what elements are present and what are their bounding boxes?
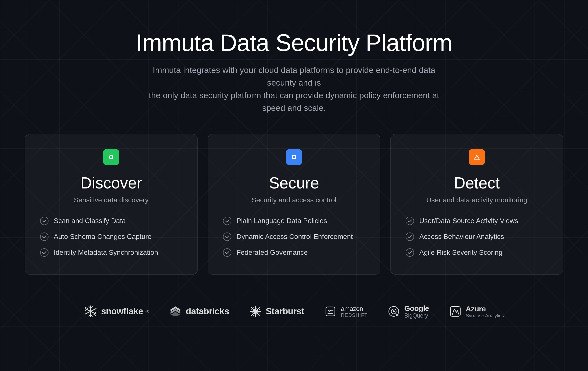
svg-point-7 <box>223 217 231 225</box>
detect-icon-wrapper <box>469 149 485 165</box>
detect-features: User/Data Source Activity Views Access B… <box>405 216 548 257</box>
starburst-logo: Starburst <box>249 305 304 318</box>
detect-icon <box>473 154 480 161</box>
starburst-icon <box>249 305 262 318</box>
detect-feature-3: Agile Risk Severity Scoring <box>405 248 548 257</box>
discover-subtitle: Sensitive data discovery <box>74 196 148 204</box>
check-icon-7 <box>405 216 414 225</box>
discover-title: Discover <box>80 174 142 192</box>
check-icon-9 <box>405 248 414 257</box>
discover-feature-1: Scan and Classify Data <box>40 216 183 225</box>
azure-synapse-text: Azure Synapse Analytics <box>466 305 504 318</box>
secure-title: Secure <box>269 174 319 192</box>
svg-point-4 <box>40 249 48 256</box>
google-bigquery-icon <box>387 305 400 318</box>
detect-feature-2-label: Access Behaviour Analytics <box>419 233 504 241</box>
secure-features: Plain Language Data Policies Dynamic Acc… <box>223 216 366 257</box>
svg-rect-6 <box>293 156 295 158</box>
secure-feature-2-label: Dynamic Access Control Enforcement <box>237 233 353 241</box>
databricks-label: databricks <box>186 306 229 317</box>
card-discover: Discover Sensitive data discovery Scan a… <box>25 134 198 275</box>
azure-logo: Azure Synapse Analytics <box>449 305 504 318</box>
logos-section: snowflake ® databricks <box>25 304 563 319</box>
snowflake-label: snowflake <box>101 306 143 317</box>
secure-feature-1: Plain Language Data Policies <box>223 216 366 225</box>
svg-line-25 <box>94 314 96 315</box>
databricks-logo: databricks <box>169 305 229 318</box>
page-subtitle: Immuta integrates with your cloud data p… <box>146 64 442 114</box>
check-icon-5 <box>223 232 232 241</box>
check-icon-6 <box>223 248 232 257</box>
card-detect: Detect User and data activity monitoring… <box>390 134 563 275</box>
svg-point-13 <box>406 233 414 241</box>
snowflake-logo: snowflake ® <box>84 305 149 318</box>
discover-feature-2: Auto Schema Changes Capture <box>40 232 183 241</box>
check-icon-3 <box>40 248 49 257</box>
secure-feature-2: Dynamic Access Control Enforcement <box>223 232 366 241</box>
discover-feature-1-label: Scan and Classify Data <box>54 217 126 225</box>
discover-feature-3: Identity Metadata Synchronization <box>40 248 183 257</box>
svg-point-9 <box>223 249 231 256</box>
redshift-label: REDSHIFT <box>341 312 368 318</box>
secure-icon <box>291 154 297 161</box>
secure-feature-3: Federated Governance <box>223 248 366 257</box>
svg-point-8 <box>223 233 231 241</box>
secure-feature-1-label: Plain Language Data Policies <box>237 217 327 225</box>
detect-feature-1: User/Data Source Activity Views <box>405 216 548 225</box>
bigquery-label: BigQuery <box>404 312 429 319</box>
svg-point-14 <box>406 249 414 256</box>
google-bigquery-logo: Google BigQuery <box>387 304 429 319</box>
discover-icon-wrapper <box>103 149 119 165</box>
check-icon-2 <box>40 232 49 241</box>
secure-subtitle: Security and access control <box>252 196 336 204</box>
subtitle-line1: Immuta integrates with your cloud data p… <box>153 65 435 87</box>
amazon-label: amazon <box>341 305 368 312</box>
svg-line-22 <box>86 307 88 309</box>
header-section: Immuta Data Security Platform Immuta int… <box>136 30 452 114</box>
detect-title: Detect <box>454 174 500 192</box>
svg-point-1 <box>110 156 112 158</box>
amazon-redshift-text: amazon REDSHIFT <box>341 305 368 318</box>
snowflake-trademark: ® <box>146 309 149 314</box>
secure-feature-3-label: Federated Governance <box>237 249 308 256</box>
check-icon-4 <box>223 216 232 225</box>
synapse-label: Synapse Analytics <box>466 313 504 318</box>
check-icon-8 <box>405 232 414 241</box>
card-secure: Secure Security and access control Plain… <box>208 134 381 275</box>
page-container: Immuta Data Security Platform Immuta int… <box>0 0 588 339</box>
starburst-label: Starburst <box>266 306 304 317</box>
svg-point-12 <box>406 217 414 225</box>
azure-icon <box>449 305 462 318</box>
google-label: Google <box>404 304 429 312</box>
snowflake-icon <box>84 305 97 318</box>
discover-icon <box>108 154 115 161</box>
check-icon-1 <box>40 216 49 225</box>
discover-feature-2-label: Auto Schema Changes Capture <box>54 233 151 241</box>
cards-section: Discover Sensitive data discovery Scan a… <box>25 134 563 275</box>
detect-feature-3-label: Agile Risk Severity Scoring <box>419 249 502 256</box>
detect-subtitle: User and data activity monitoring <box>426 196 527 204</box>
svg-point-40 <box>393 310 395 312</box>
detect-feature-2: Access Behaviour Analytics <box>405 232 548 241</box>
amazon-icon <box>324 305 337 318</box>
subtitle-line2: the only data security platform that can… <box>149 91 439 113</box>
google-bigquery-text: Google BigQuery <box>404 304 429 319</box>
svg-point-3 <box>40 233 48 241</box>
svg-rect-41 <box>450 306 460 316</box>
amazon-redshift-logo: amazon REDSHIFT <box>324 305 368 318</box>
azure-label: Azure <box>466 305 504 313</box>
svg-point-2 <box>40 217 48 225</box>
page-title: Immuta Data Security Platform <box>136 30 452 56</box>
discover-features: Scan and Classify Data Auto Schema Chang… <box>40 216 183 257</box>
secure-icon-wrapper <box>286 149 302 165</box>
discover-feature-3-label: Identity Metadata Synchronization <box>54 249 158 256</box>
detect-feature-1-label: User/Data Source Activity Views <box>419 217 518 225</box>
databricks-icon <box>169 305 182 318</box>
